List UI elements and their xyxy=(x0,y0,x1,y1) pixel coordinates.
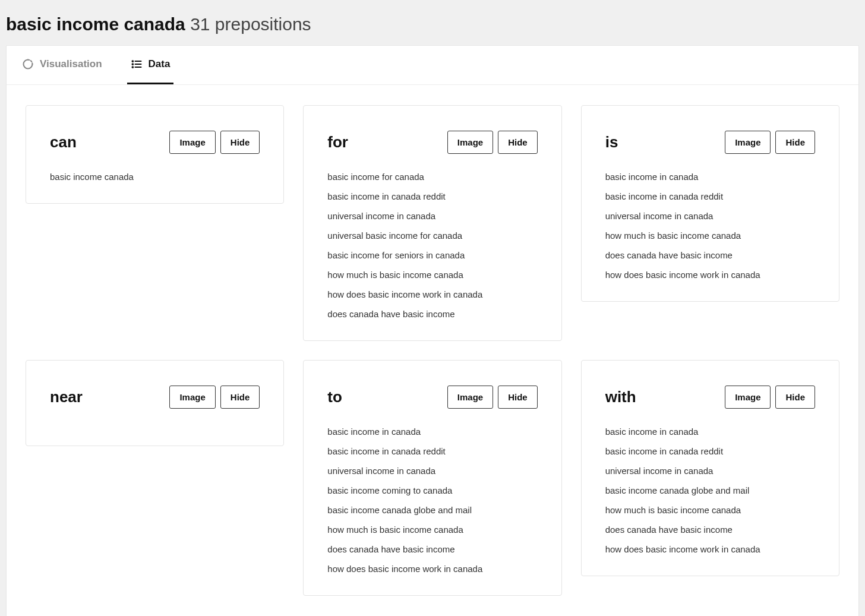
card-actions: ImageHide xyxy=(169,386,260,409)
tabs: Visualisation Data xyxy=(7,46,858,85)
card-items: basic income in canadabasic income in ca… xyxy=(605,170,815,281)
card-header: isImageHide xyxy=(605,131,815,154)
list-item[interactable]: does canada have basic income xyxy=(327,308,537,320)
list-item[interactable]: how does basic income work in canada xyxy=(605,268,815,281)
hide-button[interactable]: Hide xyxy=(498,131,538,154)
cards-grid: canImageHidebasic income canadaforImageH… xyxy=(7,85,858,616)
list-item[interactable]: how much is basic income canada xyxy=(327,523,537,536)
visualisation-icon xyxy=(22,58,34,70)
card-is: isImageHidebasic income in canadabasic i… xyxy=(581,105,839,302)
list-item[interactable]: how much is basic income canada xyxy=(605,504,815,516)
list-item[interactable]: basic income in canada xyxy=(605,170,815,183)
card-near: nearImageHide xyxy=(26,360,284,446)
list-item[interactable]: basic income in canada reddit xyxy=(605,190,815,203)
card-to: toImageHidebasic income in canadabasic i… xyxy=(303,360,561,596)
list-item[interactable]: universal income in canada xyxy=(605,465,815,477)
card-for: forImageHidebasic income for canadabasic… xyxy=(303,105,561,341)
list-item[interactable]: universal income in canada xyxy=(605,210,815,222)
image-button[interactable]: Image xyxy=(447,386,493,409)
page-title-count: 31 prepositions xyxy=(190,14,311,34)
list-item[interactable]: basic income in canada reddit xyxy=(327,445,537,457)
list-item[interactable]: basic income canada xyxy=(50,170,260,183)
tab-data-label: Data xyxy=(149,58,171,70)
list-item[interactable]: does canada have basic income xyxy=(605,249,815,261)
hide-button[interactable]: Hide xyxy=(775,131,815,154)
list-item[interactable]: how does basic income work in canada xyxy=(327,563,537,575)
card-title: is xyxy=(605,133,618,151)
image-button[interactable]: Image xyxy=(447,131,493,154)
page-title: basic income canada 31 prepositions xyxy=(6,14,859,34)
list-item[interactable]: basic income in canada reddit xyxy=(327,190,537,203)
svg-point-4 xyxy=(132,67,133,68)
card-title: near xyxy=(50,388,83,406)
card-with: withImageHidebasic income in canadabasic… xyxy=(581,360,839,576)
hide-button[interactable]: Hide xyxy=(775,386,815,409)
list-item[interactable]: how much is basic income canada xyxy=(605,229,815,242)
card-header: nearImageHide xyxy=(50,386,260,409)
list-icon xyxy=(131,58,143,70)
card-header: forImageHide xyxy=(327,131,537,154)
card-header: withImageHide xyxy=(605,386,815,409)
list-item[interactable]: basic income for canada xyxy=(327,170,537,183)
card-actions: ImageHide xyxy=(447,386,538,409)
image-button[interactable]: Image xyxy=(169,386,215,409)
hide-button[interactable]: Hide xyxy=(220,386,260,409)
card-actions: ImageHide xyxy=(725,131,815,154)
list-item[interactable]: basic income in canada xyxy=(605,425,815,438)
card-title: can xyxy=(50,133,77,151)
hide-button[interactable]: Hide xyxy=(220,131,260,154)
image-button[interactable]: Image xyxy=(725,386,771,409)
hide-button[interactable]: Hide xyxy=(498,386,538,409)
tab-visualisation[interactable]: Visualisation xyxy=(18,46,106,84)
list-item[interactable]: basic income in canada reddit xyxy=(605,445,815,457)
card-items: basic income in canadabasic income in ca… xyxy=(327,425,537,575)
card-title: with xyxy=(605,388,636,406)
card-title: for xyxy=(327,133,348,151)
svg-point-2 xyxy=(132,64,133,65)
page-title-keyword: basic income canada xyxy=(6,14,185,34)
tab-visualisation-label: Visualisation xyxy=(40,58,102,70)
card-can: canImageHidebasic income canada xyxy=(26,105,284,204)
list-item[interactable]: does canada have basic income xyxy=(327,543,537,555)
list-item[interactable]: how does basic income work in canada xyxy=(605,543,815,555)
card-title: to xyxy=(327,388,342,406)
image-button[interactable]: Image xyxy=(169,131,215,154)
card-items: basic income canada xyxy=(50,170,260,183)
card-header: toImageHide xyxy=(327,386,537,409)
card-items: basic income in canadabasic income in ca… xyxy=(605,425,815,555)
list-item[interactable]: basic income canada globe and mail xyxy=(605,484,815,497)
list-item[interactable]: basic income canada globe and mail xyxy=(327,504,537,516)
list-item[interactable]: basic income in canada xyxy=(327,425,537,438)
card-header: canImageHide xyxy=(50,131,260,154)
tab-data[interactable]: Data xyxy=(127,46,174,84)
page-header: basic income canada 31 prepositions xyxy=(0,0,865,45)
main-panel: Visualisation Data canImageHidebasic inc… xyxy=(6,45,859,616)
card-items: basic income for canadabasic income in c… xyxy=(327,170,537,320)
list-item[interactable]: universal basic income for canada xyxy=(327,229,537,242)
list-item[interactable]: how much is basic income canada xyxy=(327,268,537,281)
list-item[interactable]: universal income in canada xyxy=(327,210,537,222)
card-actions: ImageHide xyxy=(447,131,538,154)
card-actions: ImageHide xyxy=(725,386,815,409)
list-item[interactable]: basic income for seniors in canada xyxy=(327,249,537,261)
list-item[interactable]: universal income in canada xyxy=(327,465,537,477)
list-item[interactable]: basic income coming to canada xyxy=(327,484,537,497)
svg-point-0 xyxy=(132,61,133,62)
image-button[interactable]: Image xyxy=(725,131,771,154)
list-item[interactable]: does canada have basic income xyxy=(605,523,815,536)
card-actions: ImageHide xyxy=(169,131,260,154)
list-item[interactable]: how does basic income work in canada xyxy=(327,288,537,301)
